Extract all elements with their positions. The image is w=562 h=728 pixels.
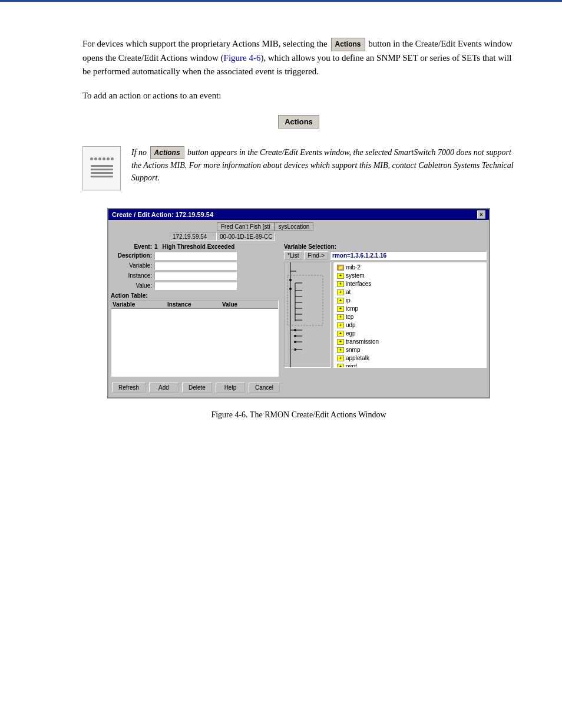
- mib-item-label: interfaces: [346, 281, 371, 287]
- mib-item-appletalk[interactable]: + appletalk: [335, 354, 485, 363]
- icon-squiggle: [90, 157, 114, 160]
- help-button[interactable]: Help: [216, 383, 245, 393]
- instance-input[interactable]: [154, 272, 237, 280]
- mib-item-transmission[interactable]: + transmission: [335, 338, 485, 346]
- mib-plus-icon: +: [337, 322, 344, 328]
- list-button[interactable]: *List: [284, 251, 302, 260]
- mib-plus-icon: +: [337, 289, 344, 295]
- svg-point-2: [289, 279, 292, 281]
- mib-item-icmp[interactable]: + icmp: [335, 305, 485, 313]
- tab2[interactable]: sysLocation: [275, 222, 314, 231]
- value-label: Value:: [111, 282, 152, 289]
- actions-button-inline1[interactable]: Actions: [331, 38, 365, 51]
- mib-item-label: egp: [346, 330, 356, 337]
- actions-button-center[interactable]: Actions: [278, 115, 319, 129]
- main-panels: Event: 1 High Threshold Exceeded Descrip…: [111, 243, 487, 377]
- mib-item-ip[interactable]: + ip: [335, 297, 485, 305]
- description-input[interactable]: [154, 252, 237, 260]
- mib-item-at[interactable]: + at: [335, 288, 485, 297]
- close-button[interactable]: ×: [477, 210, 485, 219]
- mib-item-label: appletalk: [346, 355, 369, 361]
- tree-wrapper: 📁 mib-2 + system + interfaces: [284, 262, 487, 368]
- window-titlebar: Create / Edit Action: 172.19.59.54 ×: [108, 209, 489, 220]
- mib-plus-icon: +: [337, 364, 344, 368]
- note-text-after: button appears in the Create/Edit Events…: [131, 148, 514, 183]
- tree-svg: [285, 262, 330, 367]
- action-table-label: Action Table:: [111, 292, 282, 299]
- action-table: Variable Instance Value: [111, 300, 279, 377]
- ip-field: 172.19.59.54: [170, 232, 217, 241]
- value-input[interactable]: [154, 282, 237, 290]
- find-button[interactable]: Find->: [304, 251, 328, 260]
- mib-item-snmp[interactable]: + snmp: [335, 346, 485, 354]
- create-edit-action-window: Create / Edit Action: 172.19.59.54 × Fre…: [107, 208, 490, 398]
- actions-center-area: Actions: [82, 115, 515, 129]
- actions-button-note[interactable]: Actions: [150, 146, 184, 159]
- col-instance: Instance: [167, 301, 222, 308]
- mib-item-interfaces[interactable]: + interfaces: [335, 280, 485, 288]
- var-controls: *List Find-> rmon=1.3.6.1.2.1.16: [284, 251, 487, 260]
- mib-plus-icon: +: [337, 355, 344, 361]
- event-row: Event: 1 High Threshold Exceeded: [111, 243, 282, 250]
- mib-item-label: ip: [346, 297, 351, 304]
- mib-root-icon: 📁: [337, 265, 344, 271]
- mib-plus-icon: +: [337, 273, 344, 279]
- variable-label: Variable:: [111, 262, 152, 269]
- col-variable: Variable: [113, 301, 167, 308]
- tree-area: [284, 262, 331, 368]
- var-selection-title: Variable Selection:: [284, 243, 487, 250]
- paragraph2: To add an action or actions to an event:: [82, 89, 515, 103]
- mib-plus-icon: +: [337, 306, 344, 312]
- add-button[interactable]: Add: [149, 383, 178, 393]
- svg-point-3: [289, 288, 292, 290]
- col-value: Value: [222, 301, 277, 308]
- variable-input[interactable]: [154, 262, 237, 270]
- mib-plus-icon: +: [337, 347, 344, 353]
- mib-item-label: icmp: [346, 305, 358, 312]
- mib-root: 📁 mib-2: [335, 263, 485, 272]
- header-left: Fred Can't Fish [sti sysLocation 172.19.…: [111, 222, 487, 241]
- mib-item-udp[interactable]: + udp: [335, 321, 485, 330]
- mib-item-tcp[interactable]: + tcp: [335, 313, 485, 321]
- icon-lines: [91, 165, 113, 179]
- paragraph1: For devices which support the proprietar…: [82, 37, 515, 78]
- mib-item-system[interactable]: + system: [335, 272, 485, 280]
- mib-plus-icon: +: [337, 298, 344, 304]
- mib-plus-icon: +: [337, 314, 344, 320]
- para1-text-before: For devices which support the proprietar…: [82, 39, 328, 48]
- description-label: Description:: [111, 252, 152, 259]
- instance-row: Instance:: [111, 272, 282, 280]
- note-icon: [82, 146, 121, 190]
- mib-item-label: tcp: [346, 314, 353, 320]
- mib-list: 📁 mib-2 + system + interfaces: [333, 262, 487, 368]
- window-buttons: Refresh Add Delete Help Cancel: [111, 380, 487, 395]
- right-panel: Variable Selection: *List Find-> rmon=1.…: [284, 243, 487, 377]
- mib-item-label: at: [346, 289, 351, 295]
- mib-plus-icon: +: [337, 339, 344, 345]
- mac-field: 00-00-1D-1E-89-CC: [217, 232, 275, 241]
- mib-item-label: system: [346, 272, 365, 279]
- window-body: Fred Can't Fish [sti sysLocation 172.19.…: [108, 220, 489, 397]
- description-row: Description:: [111, 252, 282, 260]
- cancel-button[interactable]: Cancel: [249, 383, 280, 393]
- var-field[interactable]: rmon=1.3.6.1.2.1.16: [330, 251, 487, 260]
- refresh-button[interactable]: Refresh: [112, 383, 146, 393]
- header-row: Fred Can't Fish [sti sysLocation 172.19.…: [111, 222, 487, 241]
- tab1[interactable]: Fred Can't Fish [sti: [217, 222, 275, 231]
- variable-row: Variable:: [111, 262, 282, 270]
- mib-item-egp[interactable]: + egp: [335, 330, 485, 338]
- mib-item-label: snmp: [346, 347, 360, 353]
- mib-plus-icon: +: [337, 281, 344, 287]
- event-value: High Threshold Exceeded: [163, 243, 235, 250]
- action-table-body: [111, 309, 278, 376]
- event-label: Event:: [111, 243, 152, 250]
- figure-link[interactable]: Figure 4-6: [224, 53, 261, 62]
- event-number: 1: [154, 243, 158, 250]
- action-table-header: Variable Instance Value: [111, 301, 278, 309]
- delete-button[interactable]: Delete: [182, 383, 212, 393]
- note-text-before: If no: [131, 148, 149, 157]
- top-border: [0, 0, 562, 2]
- mib-root-label: mib-2: [346, 264, 361, 271]
- mib-item-ospf[interactable]: + ospf: [335, 363, 485, 368]
- header-tabs: Fred Can't Fish [sti sysLocation: [217, 222, 487, 231]
